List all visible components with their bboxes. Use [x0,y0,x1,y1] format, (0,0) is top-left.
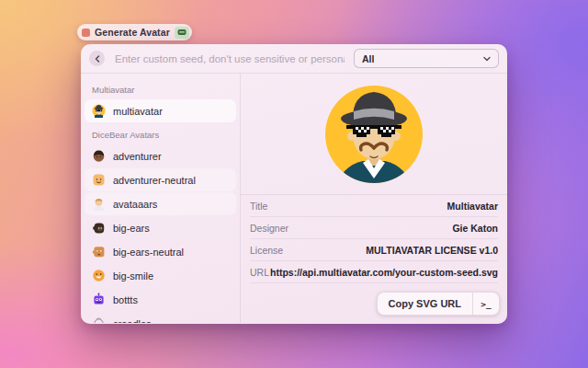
meta-label: License [250,245,283,256]
list-item-bottts[interactable]: bottts [85,288,236,311]
meta-value: https://api.multiavatar.com/your-custom-… [270,267,498,278]
chevron-down-icon [483,56,491,62]
terminal-prompt-icon: >_ [481,299,491,309]
list-item-adventurer-neutral[interactable]: adventurer-neutral [85,168,236,191]
raycast-window: All Multiavatar multiavatar DiceBear Ava… [81,44,507,324]
meta-row-designer: Designer Gie Katon [250,217,498,239]
section-header-multiavatar: Multiavatar [92,85,229,95]
avatar-style-list: Multiavatar multiavatar DiceBear Avatars… [81,74,241,323]
generate-avatar-extension-icon [82,29,90,37]
list-item-label: adventurer [113,151,162,162]
actions-menu-button[interactable]: >_ [473,293,499,315]
avatar-preview [241,74,507,195]
list-item-label: avataaars [113,199,157,210]
list-item-label: multiavatar [113,106,163,117]
list-item-label: croodles [113,318,152,324]
command-toast[interactable]: Generate Avatar [77,24,192,40]
big-smile-icon [92,269,106,282]
meta-label: Designer [250,223,288,234]
avataaars-icon [92,197,106,211]
list-item-big-ears[interactable]: big-ears [85,216,236,239]
section-header-dicebear: DiceBear Avatars [92,130,229,140]
multiavatar-image [322,83,425,186]
big-ears-icon [92,221,106,235]
list-item-label: big-ears-neutral [113,247,184,258]
meta-label: Title [250,201,267,212]
style-filter-dropdown[interactable]: All [354,49,499,68]
back-button[interactable] [89,51,105,66]
meta-row-license: License MULTIAVATAR LICENSE v1.0 [250,239,498,261]
desktop: { "toast": { "label": "Generate Avatar",… [0,0,588,368]
croodles-icon [92,316,106,323]
adventurer-neutral-icon [92,173,106,187]
seed-search-input[interactable] [113,52,346,65]
metadata-table: Title Multiavatar Designer Gie Katon Lic… [241,195,507,283]
big-ears-neutral-icon [92,245,106,259]
chevron-left-icon [95,55,100,63]
window-body: Multiavatar multiavatar DiceBear Avatars… [81,74,507,323]
meta-value: MULTIAVATAR LICENSE v1.0 [366,245,498,256]
list-item-avataaars[interactable]: avataaars [85,192,236,215]
command-title: Generate Avatar [95,27,170,38]
adventurer-icon [92,149,106,163]
list-item-label: adventurer-neutral [113,175,196,186]
list-item-big-smile[interactable]: big-smile [85,264,236,287]
search-bar: All [81,44,507,74]
detail-panel: Title Multiavatar Designer Gie Katon Lic… [241,74,507,323]
action-button-group: Copy SVG URL >_ [377,292,500,316]
meta-row-url: URL https://api.multiavatar.com/your-cus… [250,261,498,283]
list-item-croodles[interactable]: croodles [85,312,236,323]
meta-label: URL [250,267,269,278]
list-item-label: bottts [113,294,138,305]
meta-row-title: Title Multiavatar [250,195,498,217]
compact-window-icon [175,27,189,39]
list-item-label: big-smile [113,270,153,282]
meta-value: Gie Katon [452,223,498,234]
meta-value: Multiavatar [447,201,498,212]
list-item-label: big-ears [113,223,150,234]
list-item-adventurer[interactable]: adventurer [85,144,236,167]
list-item-big-ears-neutral[interactable]: big-ears-neutral [85,240,236,263]
dropdown-selected-value: All [362,53,374,64]
list-item-multiavatar[interactable]: multiavatar [85,99,236,122]
bottts-icon [92,293,106,306]
multiavatar-icon [92,104,106,118]
copy-svg-url-button[interactable]: Copy SVG URL [378,293,472,315]
